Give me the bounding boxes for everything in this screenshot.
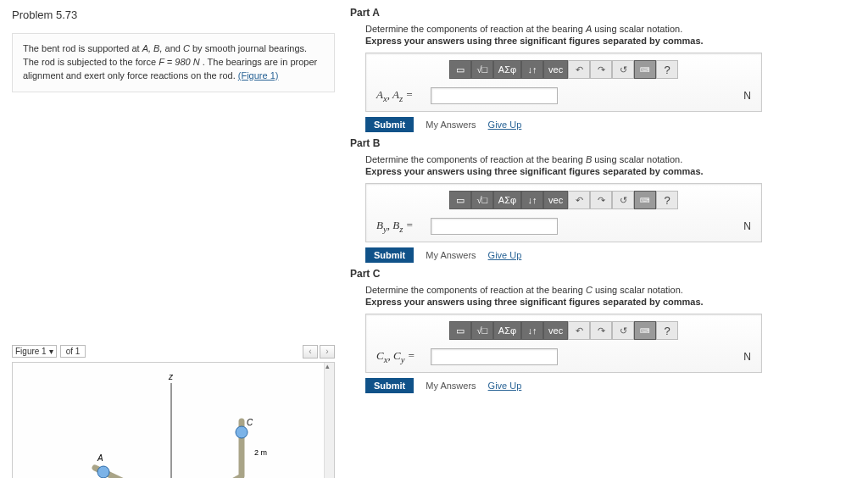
greek-icon[interactable]: ΑΣφ	[493, 321, 521, 340]
stmt-and: and	[165, 43, 183, 53]
part-b-instr: Express your answers using three signifi…	[365, 166, 858, 176]
part-c-input[interactable]	[431, 348, 558, 365]
points-ab: A, B,	[142, 43, 163, 53]
force-value: F = 980 N	[159, 57, 199, 67]
part-a-unit: N	[743, 90, 751, 102]
undo-icon[interactable]: ↶	[568, 191, 590, 209]
part-a-input[interactable]	[431, 87, 558, 104]
svg-point-8	[236, 426, 248, 438]
sqrt-icon[interactable]: √□	[471, 191, 493, 209]
give-up-link[interactable]: Give Up	[488, 250, 522, 260]
give-up-link[interactable]: Give Up	[488, 119, 522, 130]
subscript-icon[interactable]: ↓↑	[521, 191, 543, 209]
svg-text:z: z	[168, 372, 174, 381]
svg-text:A: A	[97, 453, 103, 463]
figure-select-label: Figure 1	[15, 347, 47, 356]
subscript-icon[interactable]: ↓↑	[521, 321, 543, 340]
my-answers-link[interactable]: My Answers	[426, 250, 476, 260]
sqrt-icon[interactable]: √□	[471, 321, 493, 340]
part-b-title: Part B	[350, 137, 858, 149]
svg-point-6	[97, 466, 109, 478]
reset-icon[interactable]: ↺	[612, 321, 634, 340]
figure-panel: z x y A B C F 2 m 2 m	[12, 362, 335, 478]
figure-nav: Figure 1 ▾ of 1 ‹ ›	[12, 345, 335, 358]
give-up-link[interactable]: Give Up	[488, 381, 522, 391]
part-c-instr: Express your answers using three signifi…	[365, 297, 858, 307]
submit-button[interactable]: Submit	[365, 378, 414, 393]
keyboard-icon[interactable]: ⌨	[634, 191, 656, 209]
reset-icon[interactable]: ↺	[612, 60, 634, 79]
help-icon[interactable]: ?	[656, 60, 678, 79]
redo-icon[interactable]: ↷	[590, 60, 612, 79]
greek-icon[interactable]: ΑΣφ	[493, 191, 521, 209]
part-c-answer-box: ▭ √□ ΑΣφ ↓↑ vec ↶ ↷ ↺ ⌨ ? Cx, Cy =	[365, 314, 762, 373]
part-b-desc: Determine the components of reaction at …	[365, 154, 858, 164]
svg-text:2 m: 2 m	[254, 448, 267, 457]
submit-button[interactable]: Submit	[365, 247, 414, 263]
part-c-title: Part C	[350, 268, 858, 280]
vec-icon[interactable]: vec	[543, 321, 568, 340]
part-a-title: Part A	[350, 7, 858, 19]
figure-scrollbar[interactable]	[324, 363, 334, 478]
my-answers-link[interactable]: My Answers	[426, 381, 476, 391]
help-icon[interactable]: ?	[656, 321, 678, 340]
undo-icon[interactable]: ↶	[568, 321, 590, 340]
problem-number: Problem 5.73	[12, 8, 335, 21]
stmt-pre: The bent rod is supported at	[23, 43, 142, 53]
help-icon[interactable]: ?	[656, 191, 678, 209]
part-a: Part A Determine the components of react…	[350, 7, 858, 132]
figure-next-button[interactable]: ›	[320, 345, 335, 358]
part-c-toolbar: ▭ √□ ΑΣφ ↓↑ vec ↶ ↷ ↺ ⌨ ?	[376, 321, 751, 340]
part-c-desc: Determine the components of reaction at …	[365, 285, 858, 295]
problem-statement: The bent rod is supported at A, B, and C…	[12, 33, 335, 92]
template-icon[interactable]: ▭	[449, 60, 471, 79]
part-b-toolbar: ▭ √□ ΑΣφ ↓↑ vec ↶ ↷ ↺ ⌨ ?	[376, 191, 751, 209]
part-b-input[interactable]	[431, 218, 558, 235]
my-answers-link[interactable]: My Answers	[426, 119, 476, 130]
template-icon[interactable]: ▭	[449, 321, 471, 340]
part-b-answer-box: ▭ √□ ΑΣφ ↓↑ vec ↶ ↷ ↺ ⌨ ? By, Bz =	[365, 183, 762, 242]
part-c: Part C Determine the components of react…	[350, 268, 858, 393]
keyboard-icon[interactable]: ⌨	[634, 321, 656, 340]
part-a-instr: Express your answers using three signifi…	[365, 36, 858, 46]
figure-diagram: z x y A B C F 2 m 2 m	[23, 366, 311, 478]
part-a-answer-box: ▭ √□ ΑΣφ ↓↑ vec ↶ ↷ ↺ ⌨ ? Ax, Az =	[365, 53, 762, 112]
part-b-unit: N	[743, 220, 751, 232]
template-icon[interactable]: ▭	[449, 191, 471, 209]
greek-icon[interactable]: ΑΣφ	[493, 60, 521, 79]
sqrt-icon[interactable]: √□	[471, 60, 493, 79]
point-c: C	[183, 43, 190, 53]
undo-icon[interactable]: ↶	[568, 60, 590, 79]
part-a-toolbar: ▭ √□ ΑΣφ ↓↑ vec ↶ ↷ ↺ ⌨ ?	[376, 60, 751, 79]
chevron-down-icon: ▾	[49, 347, 53, 356]
redo-icon[interactable]: ↷	[590, 321, 612, 340]
vec-icon[interactable]: vec	[543, 60, 568, 79]
figure-select[interactable]: Figure 1 ▾	[12, 345, 57, 358]
part-b-label: By, Bz =	[376, 219, 424, 234]
submit-button[interactable]: Submit	[365, 117, 414, 132]
keyboard-icon[interactable]: ⌨	[634, 60, 656, 79]
part-a-label: Ax, Az =	[376, 88, 424, 103]
reset-icon[interactable]: ↺	[612, 191, 634, 209]
figure-link[interactable]: (Figure 1)	[238, 70, 279, 81]
redo-icon[interactable]: ↷	[590, 191, 612, 209]
svg-text:C: C	[247, 418, 253, 427]
part-c-unit: N	[743, 351, 751, 363]
part-b: Part B Determine the components of react…	[350, 137, 858, 263]
subscript-icon[interactable]: ↓↑	[521, 60, 543, 79]
figure-count: of 1	[60, 345, 86, 358]
vec-icon[interactable]: vec	[543, 191, 568, 209]
figure-prev-button[interactable]: ‹	[303, 345, 318, 358]
part-a-desc: Determine the components of reaction at …	[365, 24, 858, 34]
part-c-label: Cx, Cy =	[376, 349, 424, 364]
